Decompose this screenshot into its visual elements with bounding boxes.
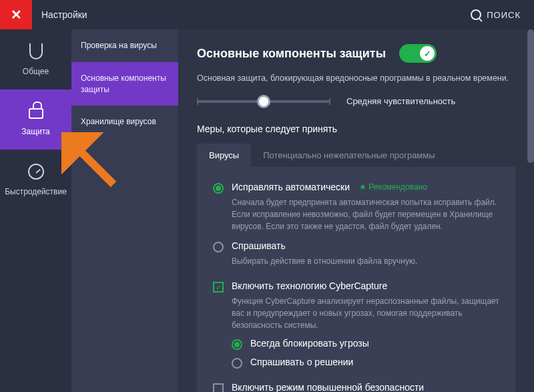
measures-heading: Меры, которые следует принять <box>197 124 515 134</box>
cybercapture-desc: Функция CyberCapture анализирует нераспо… <box>232 295 499 331</box>
shield-icon <box>27 43 45 60</box>
nav-general-label: Общее <box>23 67 49 76</box>
nav-protection-label: Защита <box>21 127 50 136</box>
recommended-badge: ★ Рекомендовано <box>359 182 427 192</box>
nav-performance[interactable]: Быстродействие <box>0 150 71 210</box>
nav-protection[interactable]: Защита <box>0 89 71 150</box>
tab-pup[interactable]: Потенциально нежелательные программы <box>251 144 447 167</box>
submenu-scan[interactable]: Проверка на вирусы <box>71 29 178 62</box>
radio-ask-decision[interactable] <box>232 358 242 369</box>
sidebar-nav: Общее Защита Быстродействие <box>0 29 71 392</box>
lock-icon <box>27 103 45 120</box>
radio-ask-decision-label: Спрашивать о решении <box>250 357 353 367</box>
radio-ask-desc: Выбирать действие в отношении файла вруч… <box>232 255 417 267</box>
radio-fix-auto-label: Исправлять автоматически <box>232 182 350 192</box>
radio-ask-label: Спрашивать <box>232 240 417 251</box>
core-shields-toggle[interactable] <box>399 44 437 63</box>
section-title: Основные компоненты защиты <box>197 47 386 61</box>
submenu-core-shields[interactable]: Основные компоненты защиты <box>71 62 178 106</box>
sensitivity-label: Средняя чувствительность <box>346 96 455 106</box>
search-button[interactable]: ПОИСК <box>471 9 521 20</box>
cybercapture-label: Включить технологию CyberCapture <box>232 280 499 291</box>
sensitivity-slider[interactable] <box>197 100 330 103</box>
scrollbar[interactable] <box>527 29 534 163</box>
slider-knob[interactable] <box>257 95 270 108</box>
checkbox-hardened-mode[interactable]: ✓ <box>213 383 224 392</box>
gauge-icon <box>27 163 45 180</box>
hardened-mode-label: Включить режим повышенной безопасности <box>232 382 424 392</box>
section-subtitle: Основная защита, блокирующая вредоносные… <box>197 73 515 83</box>
radio-fix-auto[interactable] <box>213 183 224 194</box>
submenu: Проверка на вирусы Основные компоненты з… <box>71 29 178 392</box>
page-title: Настройки <box>41 9 87 20</box>
radio-fix-auto-desc: Сначала будет предпринята автоматическая… <box>232 196 499 232</box>
radio-block-always-label: Всегда блокировать угрозы <box>250 338 369 349</box>
nav-general[interactable]: Общее <box>0 29 71 89</box>
search-icon <box>471 9 481 20</box>
tab-viruses[interactable]: Вирусы <box>197 144 251 167</box>
radio-ask[interactable] <box>213 242 224 252</box>
close-button[interactable]: ✕ <box>0 0 32 29</box>
action-panel: Исправлять автоматически ★ Рекомендовано… <box>197 167 515 392</box>
main-panel: Основные компоненты защиты Основная защи… <box>178 29 534 392</box>
star-icon: ★ <box>359 182 366 192</box>
checkbox-cybercapture[interactable]: ✓ <box>213 282 224 292</box>
recommended-text: Рекомендовано <box>368 182 427 192</box>
nav-performance-label: Быстродействие <box>5 187 67 196</box>
radio-block-always[interactable] <box>232 339 242 350</box>
submenu-virus-chest[interactable]: Хранилище вирусов <box>71 106 178 138</box>
search-label: ПОИСК <box>487 10 521 20</box>
